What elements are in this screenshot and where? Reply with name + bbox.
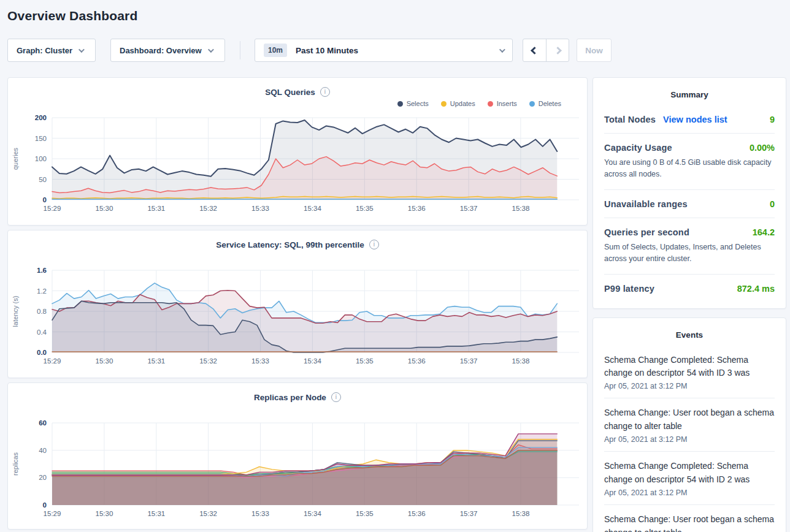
service-latency-chart-canvas[interactable]: 0.00.40.81.21.615:2915:3015:3115:3215:33… xyxy=(8,262,587,367)
svg-text:15:36: 15:36 xyxy=(408,357,426,365)
view-nodes-list-link[interactable]: View nodes list xyxy=(663,115,727,124)
legend-dot xyxy=(441,101,447,107)
events-title: Events xyxy=(604,327,775,346)
svg-text:15:31: 15:31 xyxy=(147,357,165,365)
legend-item-updates[interactable]: Updates xyxy=(441,100,475,107)
svg-text:15:30: 15:30 xyxy=(96,357,113,365)
graph-scope-label: Graph: Cluster xyxy=(17,46,72,55)
svg-text:15:35: 15:35 xyxy=(356,510,374,517)
replicas-per-node-chart-card: Replicas per Node i 020406015:2915:3015:… xyxy=(7,382,588,530)
legend-item-inserts[interactable]: Inserts xyxy=(488,100,517,107)
svg-text:15:33: 15:33 xyxy=(251,510,269,517)
svg-text:0.0: 0.0 xyxy=(37,349,47,356)
svg-text:15:31: 15:31 xyxy=(147,510,165,517)
svg-text:150: 150 xyxy=(35,135,47,142)
events-panel: Events Schema Change Completed: Schema c… xyxy=(592,317,786,532)
toolbar-divider xyxy=(240,41,240,59)
chevron-down-icon xyxy=(499,47,505,53)
now-button[interactable]: Now xyxy=(577,39,612,62)
time-range-dropdown[interactable]: 10m Past 10 Minutes xyxy=(255,39,513,62)
info-icon[interactable]: i xyxy=(320,87,330,97)
time-range-badge: 10m xyxy=(264,44,287,57)
event-text: Schema Change: User root began a schema … xyxy=(604,406,775,433)
svg-text:15:32: 15:32 xyxy=(199,357,217,365)
summary-label: Total Nodes xyxy=(604,115,656,124)
page-title: Overview Dashboard xyxy=(7,9,786,23)
svg-text:15:35: 15:35 xyxy=(356,205,374,212)
summary-row-total-nodes: Total Nodes View nodes list 9 xyxy=(604,105,775,133)
time-prev-button[interactable] xyxy=(523,39,546,61)
summary-value: 0 xyxy=(770,199,775,209)
svg-text:15:29: 15:29 xyxy=(44,205,61,212)
svg-text:15:30: 15:30 xyxy=(96,205,113,212)
svg-text:15:34: 15:34 xyxy=(304,510,321,517)
event-list-item: Schema Change: User root began a schema … xyxy=(604,504,775,532)
dashboard-select-label: Dashboard: Overview xyxy=(120,46,202,55)
summary-value: 164.2 xyxy=(753,227,775,237)
sql-queries-chart-canvas[interactable]: 05010015020015:2915:3015:3115:3215:3315:… xyxy=(8,109,587,215)
overview-dashboard-page: Overview Dashboard Graph: Cluster Dashbo… xyxy=(0,0,790,532)
svg-text:15:29: 15:29 xyxy=(44,510,61,517)
svg-text:50: 50 xyxy=(39,176,47,183)
legend-item-selects[interactable]: Selects xyxy=(397,100,429,107)
replicas-chart-canvas[interactable]: 020406015:2915:3015:3115:3215:3315:3415:… xyxy=(8,414,587,520)
svg-text:15:38: 15:38 xyxy=(512,510,530,517)
chart-legend: Selects Updates Inserts Deletes xyxy=(8,98,587,109)
dashboard-select-dropdown[interactable]: Dashboard: Overview xyxy=(110,39,225,62)
dashboard-toolbar: Graph: Cluster Dashboard: Overview 10m P… xyxy=(7,38,786,63)
chart-title: Replicas per Node xyxy=(254,393,326,402)
event-text: Schema Change: User root began a schema … xyxy=(604,513,775,532)
svg-text:200: 200 xyxy=(35,114,47,121)
legend-dot xyxy=(397,101,403,107)
chevron-down-icon xyxy=(208,47,214,53)
event-list-item: Schema Change Completed: Schema change o… xyxy=(604,451,775,504)
chevron-left-icon xyxy=(531,47,539,55)
legend-dot xyxy=(488,101,493,107)
legend-item-deletes[interactable]: Deletes xyxy=(529,100,561,107)
summary-row-unavailable-ranges: Unavailable ranges 0 xyxy=(604,189,775,218)
svg-text:15:32: 15:32 xyxy=(199,205,217,212)
time-nav-group xyxy=(523,39,569,62)
svg-text:15:37: 15:37 xyxy=(460,205,478,212)
service-latency-chart-card: Service Latency: SQL, 99th percentile i … xyxy=(7,230,588,378)
charts-column: SQL Queries i Selects Updates Inserts xyxy=(7,77,588,530)
event-list-item: Schema Change Completed: Schema change o… xyxy=(604,346,775,398)
sql-queries-chart-card: SQL Queries i Selects Updates Inserts xyxy=(7,77,588,226)
svg-text:15:33: 15:33 xyxy=(251,357,269,365)
svg-text:1.2: 1.2 xyxy=(37,287,47,295)
info-icon[interactable]: i xyxy=(369,240,379,249)
graph-scope-dropdown[interactable]: Graph: Cluster xyxy=(7,39,96,62)
summary-value: 9 xyxy=(770,115,775,124)
svg-text:0.4: 0.4 xyxy=(37,329,47,336)
summary-row-p99-latency: P99 latency 872.4 ms xyxy=(604,274,775,302)
summary-row-queries-per-second: Queries per second 164.2 Sum of Selects,… xyxy=(604,218,775,274)
event-list-item: Schema Change: User root began a schema … xyxy=(604,398,775,451)
summary-value: 0.00% xyxy=(750,143,775,153)
sidebar: Summary Total Nodes View nodes list 9 Ca… xyxy=(592,77,786,532)
time-next-button[interactable] xyxy=(546,39,569,61)
svg-text:15:31: 15:31 xyxy=(147,205,165,212)
svg-text:20: 20 xyxy=(39,474,47,481)
svg-text:0.8: 0.8 xyxy=(37,308,47,315)
legend-dot xyxy=(529,101,535,107)
svg-text:15:37: 15:37 xyxy=(460,357,478,365)
svg-text:1.6: 1.6 xyxy=(37,267,47,274)
chart-title: SQL Queries xyxy=(265,88,315,97)
chevron-right-icon xyxy=(554,47,562,55)
summary-panel: Summary Total Nodes View nodes list 9 Ca… xyxy=(592,77,786,309)
svg-text:replicas: replicas xyxy=(12,452,19,476)
summary-label: P99 latency xyxy=(604,284,654,294)
event-text: Schema Change Completed: Schema change o… xyxy=(604,354,775,381)
svg-text:15:29: 15:29 xyxy=(44,357,61,365)
event-timestamp: Apr 05, 2021 at 3:12 PM xyxy=(604,435,775,444)
svg-text:40: 40 xyxy=(39,447,47,454)
info-icon[interactable]: i xyxy=(331,392,341,402)
svg-text:100: 100 xyxy=(35,155,47,162)
svg-text:15:36: 15:36 xyxy=(408,205,426,212)
svg-text:15:38: 15:38 xyxy=(512,205,530,212)
summary-description: Sum of Selects, Updates, Inserts, and De… xyxy=(604,241,775,265)
summary-description: You are using 0 B of 4.5 GiB usable disk… xyxy=(604,157,775,181)
summary-row-capacity-usage: Capacity Usage 0.00% You are using 0 B o… xyxy=(604,133,775,189)
svg-text:0: 0 xyxy=(43,501,47,509)
svg-text:60: 60 xyxy=(39,419,47,427)
